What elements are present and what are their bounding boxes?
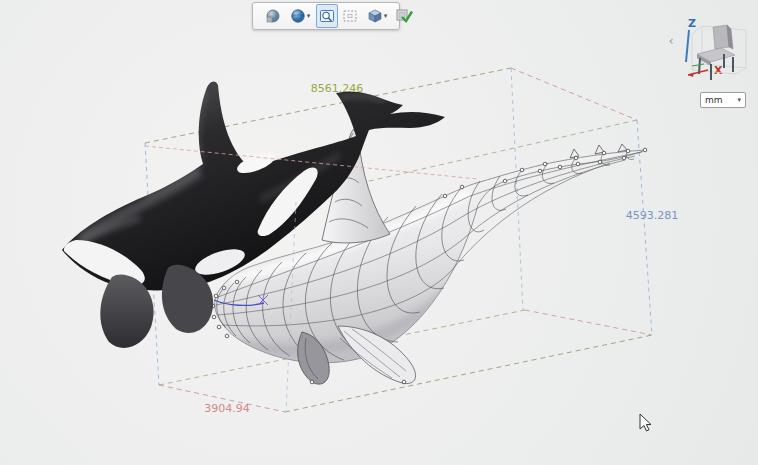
apply-button[interactable] <box>394 4 416 28</box>
view-cube-button[interactable]: ▾ <box>362 4 392 28</box>
caret-down-icon: ▾ <box>384 13 388 20</box>
units-dropdown[interactable]: mm ▾ <box>700 92 746 108</box>
viewport-3d[interactable]: 8561.246 4593.281 3904.94 <box>0 0 758 465</box>
floating-toolbar: ▾ ▾ <box>252 2 400 30</box>
apply-check-icon <box>396 8 414 25</box>
box-edge-width-bottom-right <box>525 310 652 335</box>
z-axis-line <box>686 30 689 62</box>
dimension-label-length: 8561.246 <box>311 82 364 95</box>
dashed-selection-box-icon <box>342 8 358 24</box>
units-dropdown-value: mm <box>705 95 723 105</box>
orientation-preview-widget[interactable] <box>680 20 755 90</box>
panel-collapse-chevron[interactable]: ‹ <box>665 33 677 49</box>
selection-box-button[interactable] <box>339 4 361 28</box>
zoom-region-button[interactable] <box>316 4 338 28</box>
dimension-label-height: 4593.281 <box>626 209 679 222</box>
x-axis-arrow <box>688 70 708 77</box>
mouse-cursor <box>640 414 651 431</box>
sphere-shaded-icon <box>265 8 281 24</box>
view-cube-icon <box>367 8 383 24</box>
shaded-view-button[interactable] <box>262 4 284 28</box>
sphere-render-mode-icon <box>290 8 306 24</box>
render-mode-button[interactable]: ▾ <box>285 4 315 28</box>
caret-down-icon: ▾ <box>307 13 311 20</box>
caret-down-icon: ▾ <box>737 97 741 104</box>
box-edge-width-top <box>511 68 637 120</box>
dimension-label-width: 3904.94 <box>204 402 250 415</box>
zoom-region-icon <box>319 8 335 24</box>
